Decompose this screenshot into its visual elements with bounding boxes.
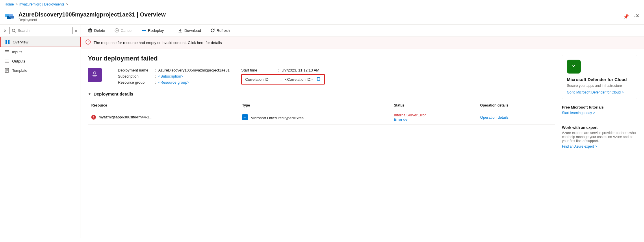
deployment-name-row: Deployment name : AzureDiscovery1005myaz…	[118, 68, 230, 72]
defender-icon	[567, 60, 581, 74]
start-time-value: 8/7/2023, 11:12:13 AM	[281, 68, 319, 72]
refresh-icon	[210, 28, 215, 33]
resource-name: myazmigsapp6386site/rrn44-1...	[99, 115, 153, 119]
outputs-icon	[5, 59, 9, 63]
defender-link[interactable]: Go to Microsoft Defender for Cloud >	[567, 90, 623, 94]
breadcrumb: Home > myazuremigrg | Deployments >	[0, 0, 644, 9]
cancel-button[interactable]: Cancel	[112, 27, 135, 34]
correlation-id-row: Correlation ID : <Correlation ID>	[241, 74, 325, 85]
shield-icon	[570, 62, 578, 72]
sidebar-item-overview[interactable]: Overview	[0, 37, 81, 47]
alert-banner[interactable]: The response for resource had empty or i…	[81, 36, 644, 49]
toolbar-separator	[171, 28, 171, 33]
cell-status: InternalServerError Error de	[390, 110, 476, 125]
cancel-icon	[114, 28, 119, 33]
redeploy-label: Redeploy	[148, 28, 164, 33]
cell-resource: ! myazmigsapp6386site/rrn44-1...	[88, 110, 239, 125]
sidebar-toolbar: ✕ «	[0, 25, 81, 37]
tutorials-title: Free Microsoft tutorials	[562, 105, 637, 109]
redeploy-button[interactable]: Redeploy	[139, 27, 166, 34]
content-body: Your deployment failed	[81, 49, 644, 238]
delete-button[interactable]: Delete	[86, 27, 107, 34]
content-toolbar: Delete Cancel Redeploy	[81, 25, 644, 36]
breadcrumb-resource-group[interactable]: myazuremigrg | Deployments	[19, 2, 64, 6]
template-label: Template	[12, 68, 27, 73]
copy-correlation-id-button[interactable]	[316, 76, 321, 82]
defender-desc: Secure your apps and infrastructure	[567, 84, 632, 88]
page-title: AzureDiscovery1005myazmigproject1ae31 | …	[18, 11, 619, 18]
tutorials-link[interactable]: Start learning today >	[562, 111, 595, 115]
page-header: AzureDiscovery1005myazmigproject1ae31 | …	[0, 9, 644, 25]
status-text: InternalServerError	[394, 113, 426, 117]
svg-rect-8	[5, 42, 7, 44]
correlation-id-label: Correlation ID	[245, 77, 277, 82]
overview-icon	[5, 40, 10, 44]
svg-rect-6	[5, 40, 7, 42]
sidebar-close-button[interactable]: ✕	[2, 27, 8, 34]
delete-icon	[88, 28, 92, 33]
correlation-id-box: Correlation ID : <Correlation ID>	[241, 74, 325, 85]
download-button[interactable]: Download	[176, 27, 203, 34]
page-subtitle: Deployment	[18, 18, 619, 22]
svg-rect-3	[10, 16, 14, 19]
deployment-details-label: Deployment details	[94, 91, 133, 96]
download-label: Download	[184, 28, 201, 33]
right-panel: Microsoft Defender for Cloud Secure your…	[562, 55, 637, 153]
svg-rect-23	[89, 30, 92, 32]
defender-card: Microsoft Defender for Cloud Secure your…	[562, 55, 637, 99]
search-input[interactable]	[18, 28, 70, 33]
svg-point-43	[244, 117, 244, 118]
svg-rect-12	[5, 53, 7, 53]
pin-button[interactable]: 📌	[622, 13, 630, 21]
deployment-name-label: Deployment name	[118, 68, 153, 72]
resource-group-row: Resource group : <Resource group>	[118, 80, 230, 85]
deployment-info: Deployment name : AzureDiscovery1005myaz…	[88, 68, 555, 85]
expert-desc: Azure experts are service provider partn…	[562, 131, 637, 143]
resource-group-label: Resource group	[118, 80, 153, 85]
breadcrumb-sep2: >	[66, 2, 68, 6]
resource-group-link[interactable]: <Resource group>	[158, 80, 190, 85]
overview-label: Overview	[13, 40, 28, 44]
header-title-group: AzureDiscovery1005myazmigproject1ae31 | …	[18, 11, 619, 22]
subscription-label: Subscription	[118, 74, 153, 78]
content-main: Your deployment failed	[88, 55, 555, 232]
expert-title: Work with an expert	[562, 125, 637, 130]
cell-type: Microsoft.OffAzure/HyperVSites	[239, 110, 390, 125]
alert-icon	[86, 39, 91, 46]
sidebar-search-box[interactable]	[9, 27, 73, 34]
expert-link[interactable]: Find an Azure expert >	[562, 144, 597, 148]
svg-rect-40	[93, 76, 96, 76]
svg-rect-39	[92, 75, 97, 76]
table-row: ! myazmigsapp6386site/rrn44-1...	[88, 110, 555, 125]
svg-point-4	[12, 29, 15, 32]
resource-type: Microsoft.OffAzure/HyperVSites	[251, 116, 304, 120]
svg-point-36	[88, 43, 88, 43]
svg-rect-7	[8, 40, 10, 42]
azure-resource-icon	[5, 12, 15, 22]
refresh-button[interactable]: Refresh	[208, 27, 232, 34]
error-details-link[interactable]: Error de	[394, 117, 407, 122]
subscription-link[interactable]: <Subscription>	[158, 74, 183, 78]
close-button[interactable]: ✕	[635, 12, 639, 19]
breadcrumb-home[interactable]: Home	[5, 2, 14, 6]
sidebar-item-template[interactable]: Template	[0, 66, 81, 75]
right-sidebar: Microsoft Defender for Cloud Secure your…	[562, 55, 637, 232]
download-icon	[178, 28, 183, 33]
svg-rect-11	[5, 52, 9, 52]
sidebar-item-inputs[interactable]: Inputs	[0, 47, 81, 56]
svg-rect-9	[8, 42, 10, 44]
sidebar-navigation: Overview Inputs	[0, 37, 81, 75]
sidebar-item-outputs[interactable]: Outputs	[0, 56, 81, 66]
operation-details-link[interactable]: Operation details	[480, 115, 508, 120]
main-layout: ✕ « Ove	[0, 25, 644, 238]
delete-label: Delete	[94, 28, 105, 33]
tutorials-section: Free Microsoft tutorials Start learning …	[562, 105, 637, 115]
deployment-name-value: AzureDiscovery1005myazmigproject1ae31	[158, 68, 230, 72]
defender-title: Microsoft Defender for Cloud	[567, 77, 632, 82]
collapse-button[interactable]: «	[74, 27, 78, 34]
deployment-info-left: Deployment name : AzureDiscovery1005myaz…	[118, 68, 230, 85]
inputs-icon	[5, 50, 9, 54]
deployment-icon-symbol	[91, 70, 99, 80]
deployment-details-header[interactable]: ▼ Deployment details	[88, 91, 555, 96]
start-time-row: Start time : 8/7/2023, 11:12:13 AM	[241, 68, 325, 72]
